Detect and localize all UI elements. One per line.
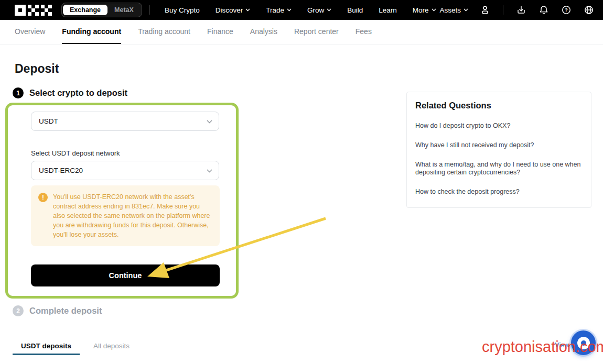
related-question-link[interactable]: Why have I still not received my deposit… [415,141,583,149]
header-right-cluster: Assets ? [439,4,595,16]
warning-icon: ! [38,193,48,202]
subnav-fees[interactable]: Fees [356,20,372,44]
step-1-header: 1 Select crypto to deposit [13,87,127,98]
nav-trade[interactable]: Trade [266,6,292,14]
support-chat-button[interactable] [571,330,596,355]
account-subnav: Overview Funding account Trading account… [0,20,603,45]
related-question-link[interactable]: How do I deposit crypto to OKX? [415,122,583,130]
chevron-down-icon [432,8,436,12]
chevron-down-icon [207,120,211,123]
okx-deposit-page: Exchange MetaX Buy Crypto Discover Trade… [0,0,603,364]
crypto-select-value: USDT [39,117,58,125]
toggle-exchange[interactable]: Exchange [63,5,107,15]
deposits-tabs: USDT deposits All deposits [13,338,138,355]
step-2-header: 2 Complete deposit [13,305,102,316]
related-question-link[interactable]: What is a memo/tag, and why do I need to… [415,161,583,177]
globe-icon[interactable] [583,4,595,16]
continue-button[interactable]: Continue [31,264,220,286]
network-warning: ! You'll use USDT-ERC20 network with the… [31,185,220,246]
download-icon[interactable] [515,4,527,16]
step-1-number: 1 [13,87,24,98]
related-questions-card: Related Questions How do I deposit crypt… [406,92,591,208]
network-select[interactable]: USDT-ERC20 [31,161,219,180]
step-2-number: 2 [13,305,24,316]
chevron-down-icon [207,169,211,172]
chevron-down-icon [464,8,468,12]
nav-more[interactable]: More [413,6,436,14]
subnav-finance[interactable]: Finance [207,20,233,44]
chevron-down-icon [327,8,331,12]
nav-divider [149,5,150,15]
related-questions-title: Related Questions [415,101,583,111]
okx-logo-x [41,5,52,16]
subnav-overview[interactable]: Overview [15,20,45,44]
step-2-title: Complete deposit [29,306,102,316]
nav-buy-crypto[interactable]: Buy Crypto [165,6,200,14]
nav-discover[interactable]: Discover [216,6,251,14]
nav-assets[interactable]: Assets [439,6,468,14]
tab-all-deposits[interactable]: All deposits [85,338,138,355]
user-icon[interactable] [479,4,491,16]
okx-logo-o [15,5,26,16]
nav-learn[interactable]: Learn [379,6,397,14]
bell-icon[interactable] [538,4,550,16]
network-select-value: USDT-ERC20 [39,167,83,174]
okx-logo-k [28,5,39,16]
main-nav: Buy Crypto Discover Trade Grow Build Lea… [165,6,436,14]
product-toggle: Exchange MetaX [61,3,142,17]
chat-logo-icon [577,337,590,349]
svg-text:?: ? [565,7,568,13]
toggle-metax[interactable]: MetaX [107,5,141,15]
chevron-down-icon [245,8,250,12]
deposit-form-highlight-box: USDT Select USDT deposit network USDT-ER… [5,103,239,299]
related-question-link[interactable]: How to check the deposit progress? [415,188,583,196]
help-icon[interactable]: ? [561,4,572,16]
okx-logo[interactable] [15,5,52,16]
nav-grow[interactable]: Grow [307,6,331,14]
network-select-label: Select USDT deposit network [31,149,120,157]
nav-build[interactable]: Build [347,6,363,14]
subnav-trading-account[interactable]: Trading account [138,20,190,44]
warning-text: You'll use USDT-ERC20 network with the a… [53,192,212,239]
subnav-report-center[interactable]: Report center [294,20,339,44]
tab-usdt-deposits[interactable]: USDT deposits [13,338,80,355]
subnav-funding-account[interactable]: Funding account [62,20,121,44]
chevron-down-icon [287,8,292,12]
top-navbar: Exchange MetaX Buy Crypto Discover Trade… [0,0,603,20]
icons-divider [503,5,503,15]
page-title: Deposit [15,62,59,76]
step-1-title: Select crypto to deposit [29,88,127,98]
crypto-select[interactable]: USDT [31,112,219,131]
subnav-analysis[interactable]: Analysis [250,20,277,44]
